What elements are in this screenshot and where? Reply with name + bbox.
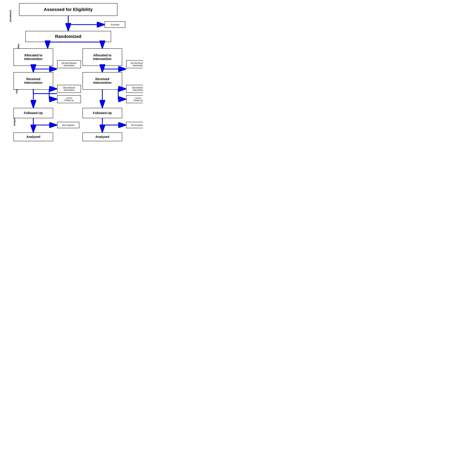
box-randomized: Randomized [25,31,111,42]
box-analyzed-left: Analyzed [14,133,53,141]
box-dnr-right: Did Not Receive Intervention [126,60,143,68]
box-lost-right: Lost to Follow-Up [126,95,143,103]
box-followed-right: Followed Up [83,108,122,118]
box-analyzed-right: Analyzed [83,133,122,141]
box-dnr-left: Did Not Receive Intervention [57,60,81,68]
box-received-left: Received Intervention [14,72,53,90]
box-eligibility: Assessed for Eligibility [19,3,118,16]
box-lost-left: Lost to Follow-Up [57,95,81,103]
diagram-container: Enrollment Allocation Follow-Up Analysis… [0,0,143,143]
box-followed-left: Followed Up [14,108,53,118]
box-alloc-left: Allocated to Intervention [14,48,53,66]
box-received-right: Received Intervention [83,72,122,90]
box-alloc-right: Allocated to Intervention [83,48,122,66]
box-discont-right: Discontinued Intervention [126,85,143,93]
box-not-analyzed-right: Not Analyzed [126,122,143,128]
box-not-analyzed-left: Not Analyzed [57,122,79,128]
label-enrollment: Enrollment [1,6,20,25]
box-excluded: Excluded [105,21,125,28]
box-discont-left: Discontinued Intervention [57,85,81,93]
